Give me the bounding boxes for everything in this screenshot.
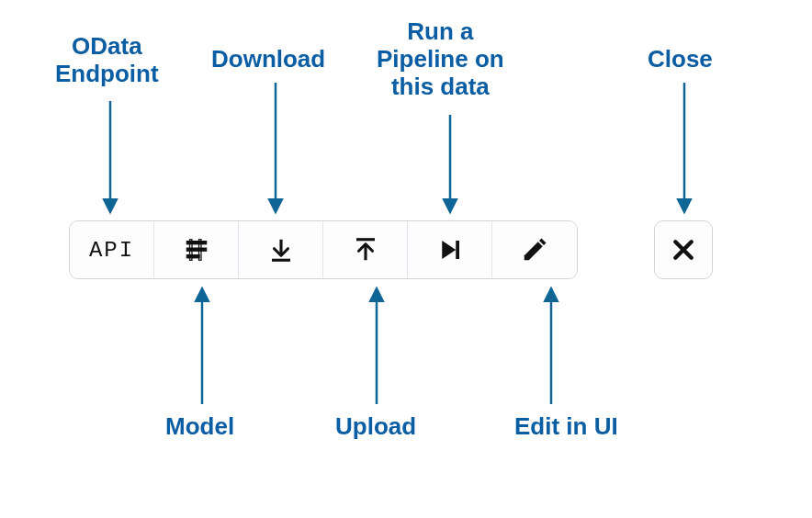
model-icon <box>183 236 210 264</box>
label-model: Model <box>165 413 234 441</box>
label-close: Close <box>648 46 713 73</box>
svg-marker-18 <box>524 242 543 260</box>
svg-rect-9 <box>186 254 199 258</box>
close-icon <box>670 236 697 264</box>
download-button[interactable] <box>239 221 323 278</box>
label-odata: OData Endpoint <box>55 33 159 88</box>
close-button[interactable] <box>655 221 712 278</box>
play-next-icon <box>436 236 464 264</box>
upload-button[interactable] <box>323 221 408 278</box>
upload-icon <box>352 236 379 264</box>
edit-button[interactable] <box>492 221 577 278</box>
label-edit: Edit in UI <box>514 413 618 441</box>
api-button[interactable]: API <box>70 221 154 278</box>
label-download: Download <box>211 46 325 73</box>
close-toolbar <box>654 220 713 279</box>
svg-marker-16 <box>442 241 456 259</box>
label-run: Run a Pipeline on this data <box>377 18 504 101</box>
run-button[interactable] <box>408 221 492 278</box>
api-text-icon: API <box>89 238 134 263</box>
svg-rect-17 <box>456 241 459 259</box>
main-toolbar: API <box>69 220 578 279</box>
download-icon <box>267 236 295 264</box>
label-upload: Upload <box>335 413 416 441</box>
pencil-icon <box>521 236 548 264</box>
model-button[interactable] <box>154 221 239 278</box>
